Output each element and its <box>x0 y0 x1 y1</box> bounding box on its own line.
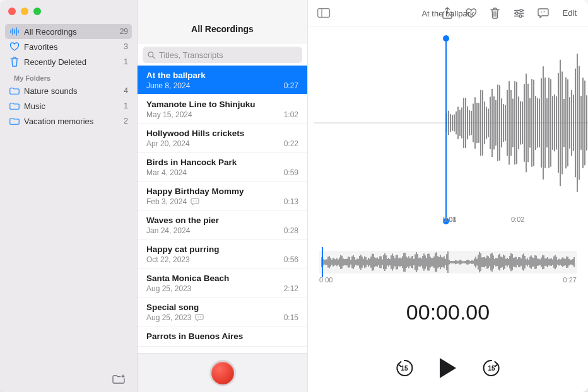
share-icon <box>442 7 452 19</box>
overview-end-label: 0:27 <box>563 276 577 284</box>
sliders-icon <box>514 9 525 18</box>
recording-item[interactable]: Special songAug 25, 2023 0:15 <box>138 297 307 326</box>
transcript-button[interactable]: “ ” <box>534 5 553 21</box>
recording-title: At the ballpark <box>146 71 298 80</box>
svg-line-7 <box>153 56 155 58</box>
folder-icon <box>9 117 20 125</box>
delete-button[interactable] <box>486 5 505 21</box>
recording-item[interactable]: Happy Birthday MommyFeb 3, 2024 0:13 <box>138 182 307 210</box>
waveform-main[interactable] <box>314 38 588 208</box>
recording-title: Parrots in Buenos Aires <box>146 331 298 341</box>
folder-icon <box>9 87 20 95</box>
recording-duration: 0:22 <box>284 139 298 148</box>
recording-title: Happy Birthday Mommy <box>146 187 298 196</box>
recording-item[interactable]: Hollywood Hills cricketsApr 20, 20240:22 <box>138 124 307 153</box>
zoom-window-button[interactable] <box>33 8 41 15</box>
timeline-tick: 0:00 <box>314 216 443 229</box>
transcript-badge-icon <box>191 198 199 205</box>
recording-item[interactable]: Waves on the pierJan 24, 20240:28 <box>138 210 307 239</box>
recording-title: Happy cat purring <box>146 245 298 254</box>
sidebar-item-label: Music <box>24 101 124 111</box>
share-button[interactable] <box>438 5 457 21</box>
transcript-icon: “ ” <box>538 8 549 18</box>
overview-cursor[interactable] <box>322 247 323 277</box>
svg-rect-12 <box>318 9 330 18</box>
recording-item[interactable]: Yamanote Line to ShinjukuMay 15, 20241:0… <box>138 95 307 124</box>
recording-item[interactable]: Parrots in Buenos Aires <box>138 326 307 347</box>
close-window-button[interactable] <box>8 8 16 15</box>
folder-icon <box>9 102 20 110</box>
sidebar-item-label: Favorites <box>24 42 124 52</box>
search-field[interactable] <box>143 47 302 63</box>
favorite-button[interactable] <box>462 5 481 21</box>
recording-duration: 0:15 <box>284 313 298 322</box>
trash-icon <box>490 8 500 19</box>
svg-text:15: 15 <box>401 365 408 372</box>
search-icon <box>148 51 155 59</box>
sidebar-item-label: All Recordings <box>24 27 120 37</box>
app-window: All Recordings29 Favorites3 Recently Del… <box>0 0 588 392</box>
svg-point-10 <box>198 316 199 317</box>
skip-forward-button[interactable]: 15 <box>481 358 502 378</box>
recording-date: June 8, 2024 <box>146 81 190 90</box>
recording-duration: 0:28 <box>284 226 298 235</box>
recording-title: Santa Monica Beach <box>146 274 298 283</box>
sidebar-folder-item[interactable]: Vacation memories2 <box>5 113 132 129</box>
recording-item[interactable]: At the ballparkJune 8, 20240:27 <box>138 66 307 95</box>
waveform-timeline: 0:00 0:01 0:02 <box>314 216 588 229</box>
recording-title: Yamanote Line to Shinjuku <box>146 100 298 109</box>
detail-panel: At the ballpark <box>308 0 588 392</box>
sidebar-list: All Recordings29 Favorites3 Recently Del… <box>0 21 137 367</box>
recording-date: May 15, 2024 <box>146 110 192 119</box>
recording-duration: 0:59 <box>284 168 298 177</box>
recording-date: Aug 25, 2023 <box>146 284 191 293</box>
recording-item[interactable]: Birds in Hancock ParkMar 4, 20240:59 <box>138 153 307 182</box>
sidebar-folder-item[interactable]: Music1 <box>5 98 132 113</box>
sidebar-item[interactable]: Recently Deleted1 <box>5 54 132 69</box>
skip-back-button[interactable]: 15 <box>394 358 415 378</box>
skip-back-icon: 15 <box>394 358 415 378</box>
edit-button[interactable]: Edit <box>558 5 582 21</box>
play-button[interactable] <box>440 358 456 378</box>
search-input[interactable] <box>159 50 297 60</box>
equalizer-button[interactable] <box>510 5 529 21</box>
sidebar-item-count: 1 <box>124 101 128 110</box>
minimize-window-button[interactable] <box>21 8 28 15</box>
overview-labels: 0:00 0:27 <box>319 276 577 284</box>
skip-forward-icon: 15 <box>481 358 502 378</box>
recording-date: Oct 22, 2023 <box>146 255 190 264</box>
sidebar-item-count: 29 <box>120 27 128 36</box>
sidebar-icon <box>317 8 330 18</box>
recording-title: Waves on the pier <box>146 216 298 225</box>
sidebar-item-label: Recently Deleted <box>24 57 124 67</box>
sidebar-folder-item[interactable]: Nature sounds4 <box>5 83 132 98</box>
svg-text:15: 15 <box>488 365 495 372</box>
recording-duration: 0:27 <box>284 81 298 90</box>
toggle-sidebar-button[interactable] <box>314 5 333 21</box>
recording-item[interactable]: Santa Monica BeachAug 25, 20232:12 <box>138 268 307 297</box>
recording-duration: 0:13 <box>284 197 298 206</box>
recording-date: Jan 24, 2024 <box>146 226 190 235</box>
recording-item[interactable]: Happy cat purringOct 22, 20230:56 <box>138 239 307 268</box>
recording-title: Hollywood Hills crickets <box>146 129 298 138</box>
svg-point-8 <box>194 200 194 201</box>
new-folder-button[interactable] <box>109 371 128 388</box>
sidebar-item-count: 2 <box>124 117 128 125</box>
svg-text:“ ”: “ ” <box>541 10 545 14</box>
recording-duration: 2:12 <box>284 284 298 293</box>
record-button[interactable] <box>209 360 236 386</box>
svg-point-17 <box>520 9 522 11</box>
sidebar-footer <box>0 367 137 392</box>
recording-date: Apr 20, 2024 <box>146 139 190 148</box>
trim-handle-start[interactable] <box>443 35 449 224</box>
waveform-zone: 0:00 0:01 0:02 0:00 0:27 00:00.00 <box>308 26 588 392</box>
recording-date: Feb 3, 2024 <box>146 197 187 206</box>
playback-time: 00:00.00 <box>308 300 588 325</box>
sidebar-item[interactable]: Favorites3 <box>5 39 132 54</box>
overview-start-label: 0:00 <box>319 276 332 284</box>
sidebar-item[interactable]: All Recordings29 <box>5 24 132 39</box>
waveform-overview[interactable]: 0:00 0:27 <box>319 247 577 279</box>
timeline-tick: 0:02 <box>511 216 574 229</box>
trash-icon <box>9 57 20 67</box>
new-folder-icon <box>112 374 125 384</box>
